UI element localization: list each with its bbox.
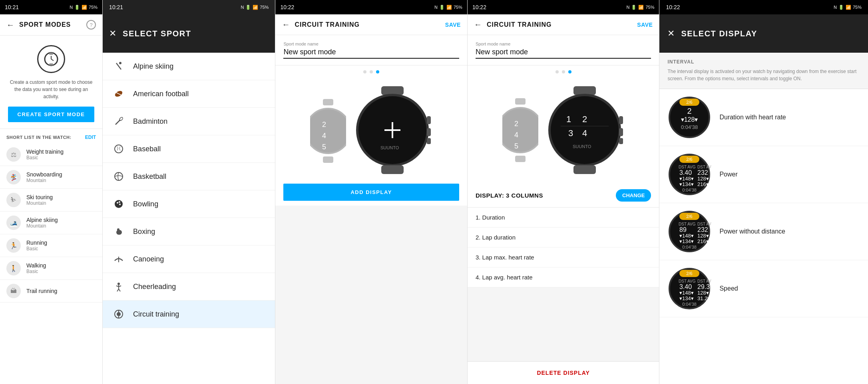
svg-text:4: 4 bbox=[322, 132, 326, 140]
svg-line-23 bbox=[119, 289, 120, 291]
sport-select-basketball-label: Basketball bbox=[133, 172, 166, 181]
weight-training-icon: ⚖ bbox=[6, 147, 21, 162]
sport-select-basketball[interactable]: Basketball bbox=[103, 163, 275, 190]
display-option-power-no-distance[interactable]: 2/6 DST AVG DST AVG 89 232 ▾148▾ 128▾ ▾1… bbox=[659, 203, 868, 260]
delete-display-area: DELETE DISPLAY bbox=[468, 361, 659, 384]
add-display-button[interactable]: ADD DISPLAY bbox=[283, 184, 459, 201]
sport-list-item-walking[interactable]: 🚶 Walking Basic bbox=[0, 257, 102, 280]
svg-text:▾134▾: ▾134▾ bbox=[679, 295, 694, 301]
alpine-icon: 🎿 bbox=[6, 216, 21, 230]
delete-display-button[interactable]: DELETE DISPLAY bbox=[468, 363, 659, 382]
display-option-duration-hr[interactable]: 2/6 2 ▾128▾ 0:04'38 Duration with heart … bbox=[659, 89, 868, 146]
sport-sub-ski: Mountain bbox=[26, 200, 53, 206]
alpine-skiing-select-icon bbox=[112, 60, 125, 73]
change-display-button[interactable]: CHANGE bbox=[616, 189, 651, 202]
sport-name-running: Running bbox=[26, 240, 47, 246]
sport-mode-name-3[interactable]: New sport mode bbox=[283, 48, 459, 59]
svg-text:▾148▾: ▾148▾ bbox=[679, 290, 694, 296]
baseball-icon bbox=[112, 143, 125, 155]
svg-text:3.40: 3.40 bbox=[679, 169, 692, 176]
status-bar-5: 10:22 N🔋📶75% bbox=[659, 0, 868, 14]
panel-circuit-add: 10:22 N🔋📶75% ← CIRCUIT TRAINING SAVE Spo… bbox=[275, 0, 468, 384]
sport-list-item-alpine[interactable]: 🎿 Alpine skiing Mountain bbox=[0, 212, 102, 234]
svg-text:216▾: 216▾ bbox=[697, 238, 709, 244]
sport-list-item-ski-touring[interactable]: ⛷ Ski touring Mountain bbox=[0, 189, 102, 212]
status-bar-1: 10:21 N 🔋 📶 75% bbox=[0, 0, 102, 14]
sport-sub-alpine: Mountain bbox=[26, 223, 58, 229]
sport-select-cheerleading[interactable]: Cheerleading bbox=[103, 273, 275, 301]
svg-text:4: 4 bbox=[582, 128, 587, 138]
sport-sub-running: Basic bbox=[26, 246, 47, 251]
sport-select-bowling[interactable]: Bowling bbox=[103, 190, 275, 218]
display-item-1: 1. Duration bbox=[468, 208, 659, 228]
sport-select-american-football[interactable]: American football bbox=[103, 80, 275, 108]
sport-select-alpine-skiing[interactable]: Alpine skiing bbox=[103, 53, 275, 80]
nav-bar-3: ← CIRCUIT TRAINING SAVE bbox=[275, 14, 467, 35]
display-option-speed[interactable]: 2/6 DST AVG DST AVG 3.40 29.3 ▾148▾ 128▾… bbox=[659, 260, 868, 317]
sport-select-badminton[interactable]: Badminton bbox=[103, 108, 275, 135]
create-sport-mode-button[interactable]: CREATE SPORT MODE bbox=[8, 107, 94, 122]
save-button-4[interactable]: SAVE bbox=[637, 22, 653, 28]
svg-rect-46 bbox=[515, 156, 526, 162]
sport-select-boxing[interactable]: Boxing bbox=[103, 218, 275, 245]
trail-icon: 🏔 bbox=[6, 284, 21, 298]
panel3-title: CIRCUIT TRAINING bbox=[295, 21, 445, 28]
sport-mode-name-4[interactable]: New sport mode bbox=[476, 48, 651, 59]
sport-select-bowling-label: Bowling bbox=[133, 200, 158, 208]
speed-label: Speed bbox=[719, 285, 738, 292]
watch-preview-power-no-dist: 2/6 DST AVG DST AVG 89 232 ▾148▾ 128▾ ▾1… bbox=[667, 210, 711, 253]
bowling-icon bbox=[112, 198, 125, 210]
interval-label: INTERVAL bbox=[667, 59, 860, 65]
svg-text:2: 2 bbox=[582, 114, 587, 124]
sport-select-canoeing[interactable]: Canoeing bbox=[103, 245, 275, 273]
canoeing-icon bbox=[112, 253, 125, 265]
close-button-2[interactable]: ✕ bbox=[109, 28, 116, 39]
sport-name-field-3: Sport mode name New sport mode bbox=[275, 35, 467, 65]
sport-select-list: Alpine skiing American football Badminto… bbox=[103, 53, 275, 384]
panel-select-sport: 10:21 N🔋📶75% ✕ SELECT SPORT Alpine skiin… bbox=[103, 0, 275, 384]
save-button-3[interactable]: SAVE bbox=[445, 22, 461, 28]
power-no-distance-label: Power without distance bbox=[719, 228, 785, 235]
svg-text:DST AVG: DST AVG bbox=[697, 222, 711, 226]
edit-button[interactable]: EDIT bbox=[85, 135, 96, 140]
sport-select-baseball[interactable]: Baseball bbox=[103, 135, 275, 163]
sport-name-trail: Trail running bbox=[26, 288, 57, 294]
svg-rect-40 bbox=[381, 165, 404, 174]
display-options-list: 2/6 2 ▾128▾ 0:04'38 Duration with heart … bbox=[659, 89, 868, 384]
sport-name-field-4: Sport mode name New sport mode bbox=[468, 35, 659, 65]
svg-text:128▾: 128▾ bbox=[697, 290, 709, 296]
dot-4-3 bbox=[568, 70, 571, 73]
svg-rect-36 bbox=[427, 138, 431, 144]
walking-icon: 🚶 bbox=[6, 261, 21, 275]
sport-list-item-trail[interactable]: 🏔 Trail running bbox=[0, 280, 102, 303]
close-button-5[interactable]: ✕ bbox=[667, 28, 675, 39]
interval-description: The interval display is activated on you… bbox=[667, 68, 860, 82]
svg-text:232: 232 bbox=[697, 169, 708, 176]
sport-select-badminton-label: Badminton bbox=[133, 117, 167, 126]
cheerleading-icon bbox=[112, 280, 125, 293]
svg-line-4 bbox=[51, 59, 54, 61]
dots-indicator-3 bbox=[275, 65, 467, 78]
back-button-3[interactable]: ← bbox=[282, 20, 290, 29]
help-button[interactable]: ? bbox=[86, 20, 96, 30]
svg-text:2/6: 2/6 bbox=[687, 214, 693, 219]
svg-text:3.40: 3.40 bbox=[679, 283, 692, 290]
back-button-4[interactable]: ← bbox=[474, 20, 482, 29]
sport-list-item-weight-training[interactable]: ⚖ Weight training Basic bbox=[0, 143, 102, 166]
sport-list-item-running[interactable]: 🏃 Running Basic bbox=[0, 234, 102, 257]
display-option-power[interactable]: 2/6 DST AVG DST AVG 3.40 232 ▾148▾ 128▾ … bbox=[659, 146, 868, 203]
watch-center-display-4: 1 2 3 4 SUUNTO bbox=[545, 86, 625, 176]
display-item-4: 4. Lap avg. heart rate bbox=[468, 267, 659, 287]
sport-list-item-snowboarding[interactable]: 🏂 Snowboarding Mountain bbox=[0, 166, 102, 189]
dot-4-1 bbox=[555, 70, 559, 73]
sport-select-circuit-training[interactable]: Circuit training bbox=[103, 301, 275, 328]
panel4-title: CIRCUIT TRAINING bbox=[487, 21, 637, 28]
back-button-1[interactable]: ← bbox=[6, 20, 14, 30]
sport-select-canoeing-label: Canoeing bbox=[133, 255, 164, 263]
nav-bar-1: ← SPORT MODES ? bbox=[0, 14, 102, 36]
american-football-icon bbox=[112, 87, 125, 100]
svg-text:128▾: 128▾ bbox=[697, 176, 709, 182]
sport-select-circuit-label: Circuit training bbox=[133, 310, 179, 319]
time-1: 10:21 bbox=[5, 4, 19, 10]
sport-name-weight: Weight training bbox=[26, 148, 64, 155]
